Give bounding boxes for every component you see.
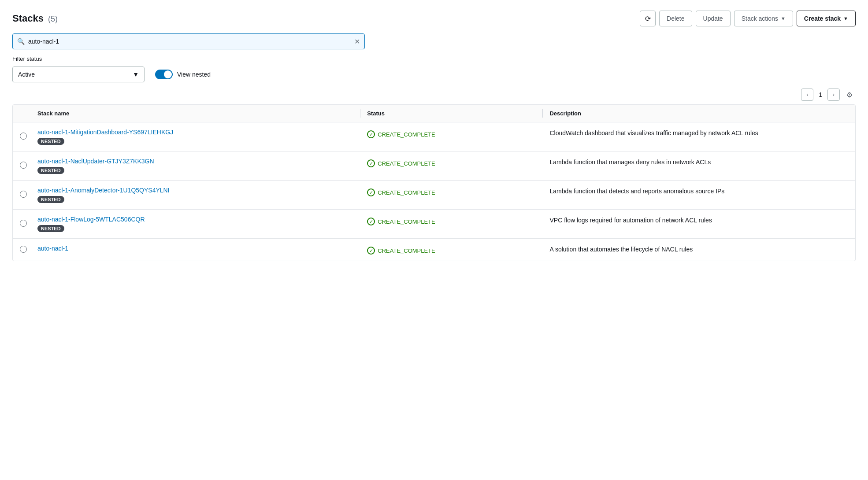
stacks-table-container: Stack name Status Description auto-nacl-… bbox=[12, 104, 856, 261]
row-radio-4[interactable] bbox=[20, 220, 27, 227]
header-toolbar: ⟳ Delete Update Stack actions ▼ Create s… bbox=[640, 11, 856, 26]
search-icon: 🔍 bbox=[17, 38, 25, 45]
description-cell-3: Lambda function that detects and reports… bbox=[542, 181, 855, 210]
stack-actions-button[interactable]: Stack actions ▼ bbox=[734, 11, 793, 26]
nested-badge-4: NESTED bbox=[37, 225, 64, 232]
stack-name-link-5[interactable]: auto-nacl-1 bbox=[37, 245, 353, 252]
search-container: 🔍 ✕ bbox=[12, 33, 365, 49]
dropdown-arrow-icon: ▼ bbox=[133, 71, 139, 78]
status-icon-3: ✓ bbox=[367, 188, 375, 196]
table-row: auto-nacl-1✓CREATE_COMPLETEA solution th… bbox=[13, 239, 855, 261]
view-nested-toggle[interactable] bbox=[155, 70, 173, 79]
refresh-button[interactable]: ⟳ bbox=[640, 11, 656, 26]
search-input[interactable] bbox=[28, 38, 354, 45]
current-page: 1 bbox=[817, 91, 824, 98]
status-icon-2: ✓ bbox=[367, 159, 375, 167]
stack-name-link-1[interactable]: auto-nacl-1-MitigationDashboard-YS697LIE… bbox=[37, 129, 353, 136]
create-stack-chevron-icon: ▼ bbox=[843, 16, 848, 21]
status-icon-5: ✓ bbox=[367, 247, 375, 255]
update-button[interactable]: Update bbox=[696, 11, 731, 26]
table-row: auto-nacl-1-MitigationDashboard-YS697LIE… bbox=[13, 122, 855, 151]
description-cell-4: VPC flow logs required for automation of… bbox=[542, 210, 855, 239]
stacks-table: Stack name Status Description auto-nacl-… bbox=[13, 105, 855, 261]
status-text-4: CREATE_COMPLETE bbox=[378, 218, 435, 225]
pagination-row: ‹ 1 › ⚙ bbox=[12, 89, 856, 101]
status-filter-dropdown[interactable]: Active ▼ bbox=[12, 66, 145, 82]
description-cell-5: A solution that automates the lifecycle … bbox=[542, 239, 855, 261]
clear-search-icon[interactable]: ✕ bbox=[354, 37, 360, 46]
row-radio-5[interactable] bbox=[20, 246, 27, 253]
stack-name-link-3[interactable]: auto-nacl-1-AnomalyDetector-1U1Q5QYS4YLN… bbox=[37, 187, 353, 194]
delete-button[interactable]: Delete bbox=[659, 11, 692, 26]
description-cell-2: Lambda function that manages deny rules … bbox=[542, 151, 855, 181]
status-header: Status bbox=[360, 105, 542, 122]
view-nested-label: View nested bbox=[177, 71, 211, 78]
status-icon-1: ✓ bbox=[367, 130, 375, 138]
table-row: auto-nacl-1-NaclUpdater-GTJY3Z7KK3GNNEST… bbox=[13, 151, 855, 181]
status-text-3: CREATE_COMPLETE bbox=[378, 189, 435, 196]
table-row: auto-nacl-1-AnomalyDetector-1U1Q5QYS4YLN… bbox=[13, 181, 855, 210]
row-radio-2[interactable] bbox=[20, 162, 27, 169]
stack-actions-chevron-icon: ▼ bbox=[781, 16, 786, 21]
nested-badge-3: NESTED bbox=[37, 196, 64, 203]
status-text-5: CREATE_COMPLETE bbox=[378, 247, 435, 254]
filter-status-label: Filter status bbox=[12, 55, 856, 62]
table-row: auto-nacl-1-FlowLog-5WTLAC506CQRNESTED✓C… bbox=[13, 210, 855, 239]
nested-badge-1: NESTED bbox=[37, 138, 64, 145]
table-settings-icon[interactable]: ⚙ bbox=[843, 89, 856, 101]
next-page-button[interactable]: › bbox=[827, 89, 840, 101]
nested-badge-2: NESTED bbox=[37, 167, 64, 174]
table-header-row: Stack name Status Description bbox=[13, 105, 855, 122]
row-radio-1[interactable] bbox=[20, 133, 27, 140]
prev-page-button[interactable]: ‹ bbox=[801, 89, 813, 101]
status-text-1: CREATE_COMPLETE bbox=[378, 131, 435, 138]
stack-name-link-2[interactable]: auto-nacl-1-NaclUpdater-GTJY3Z7KK3GN bbox=[37, 158, 353, 165]
status-text-2: CREATE_COMPLETE bbox=[378, 160, 435, 167]
stack-name-link-4[interactable]: auto-nacl-1-FlowLog-5WTLAC506CQR bbox=[37, 216, 353, 223]
stack-name-header: Stack name bbox=[30, 105, 360, 122]
page-title: Stacks (5) bbox=[12, 13, 58, 24]
row-radio-3[interactable] bbox=[20, 191, 27, 198]
create-stack-button[interactable]: Create stack ▼ bbox=[797, 11, 856, 26]
view-nested-toggle-container: View nested bbox=[155, 70, 211, 79]
description-cell-1: CloudWatch dashboard that visualizes tra… bbox=[542, 122, 855, 151]
select-all-header bbox=[13, 105, 30, 122]
status-icon-4: ✓ bbox=[367, 218, 375, 225]
description-header: Description bbox=[542, 105, 855, 122]
